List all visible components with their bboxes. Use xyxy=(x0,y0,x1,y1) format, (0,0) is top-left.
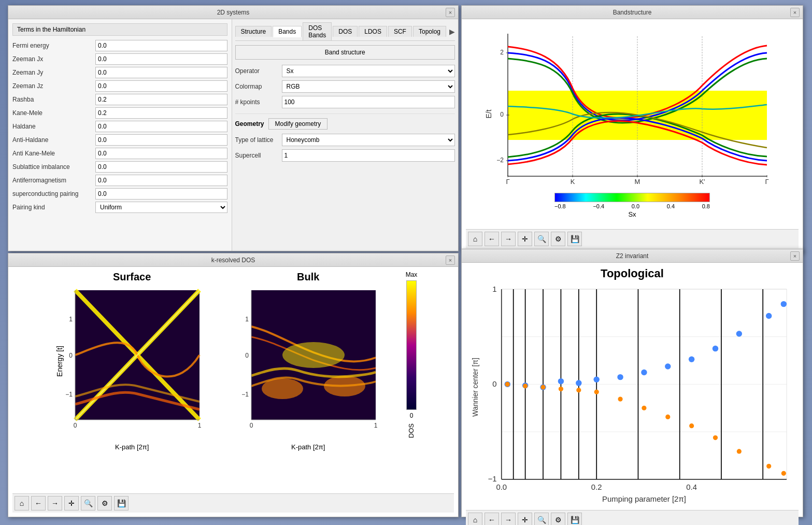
pairing-select[interactable]: Uniform xyxy=(95,202,227,213)
field-label: Zeeman Jy xyxy=(12,69,95,76)
kdos-close[interactable]: × xyxy=(446,256,455,265)
operator-select[interactable]: Sx xyxy=(282,65,455,77)
tab-bands[interactable]: Bands xyxy=(273,26,302,37)
field-input[interactable] xyxy=(95,80,227,92)
right-panel: StructureBandsDOS BandsDOSLDOSSCFTopolog… xyxy=(232,19,459,251)
lattice-row: Type of lattice Honeycomb xyxy=(235,134,455,146)
kdos-pan-btn[interactable]: ✛ xyxy=(64,496,79,510)
hamiltonian-fields: Fermi energyZeeman JxZeeman JyZeeman JzR… xyxy=(12,40,227,213)
svg-text:−1: −1 xyxy=(65,391,73,398)
svg-text:1: 1 xyxy=(197,422,201,429)
kpoints-row: # kpoints xyxy=(235,96,455,108)
tab-scf[interactable]: SCF xyxy=(388,26,412,37)
tab-ldos[interactable]: LDOS xyxy=(359,26,387,37)
band-structure-button[interactable]: Band structure xyxy=(235,45,455,60)
z2-title: Z2 invariant xyxy=(616,252,649,260)
2d-systems-window: 2D systems × Terms in the Hamiltonian Fe… xyxy=(8,5,459,251)
tab-dos[interactable]: DOS xyxy=(333,26,358,37)
zoom-btn[interactable]: 🔍 xyxy=(534,232,549,246)
tab-scroll-arrow[interactable]: ▶ xyxy=(449,27,455,36)
field-label: superconducting pairing xyxy=(12,190,95,197)
field-input[interactable] xyxy=(95,40,227,51)
field-row: Zeeman Jx xyxy=(12,53,227,65)
kdos-save-btn[interactable]: 💾 xyxy=(114,496,129,510)
colormap-select[interactable]: RGB xyxy=(282,80,455,93)
forward-btn[interactable]: → xyxy=(501,232,516,246)
pan-btn[interactable]: ✛ xyxy=(518,232,532,246)
svg-text:Wannier center [π]: Wannier center [π] xyxy=(472,358,479,417)
save-btn[interactable]: 💾 xyxy=(567,232,582,246)
z2-home-btn[interactable]: ⌂ xyxy=(468,513,482,525)
dos-min-label: 0 xyxy=(410,412,414,419)
2d-systems-title: 2D systems xyxy=(217,9,250,16)
svg-point-62 xyxy=(558,378,564,384)
z2-pan-btn[interactable]: ✛ xyxy=(518,513,532,525)
field-input[interactable] xyxy=(95,67,227,78)
z2-back-btn[interactable]: ← xyxy=(485,513,499,525)
svg-text:2: 2 xyxy=(500,49,504,56)
field-input[interactable] xyxy=(95,148,227,159)
field-row: Zeeman Jy xyxy=(12,67,227,78)
field-row: Kane-Mele xyxy=(12,107,227,119)
z2-forward-btn[interactable]: → xyxy=(501,513,516,525)
kdos-home-btn[interactable]: ⌂ xyxy=(15,496,29,510)
svg-point-74 xyxy=(523,384,528,388)
svg-text:−1: −1 xyxy=(488,475,497,483)
field-row: Anti Kane-Mele xyxy=(12,148,227,159)
bulk-plot: 1 0 −1 0 1 xyxy=(225,285,391,441)
lattice-select[interactable]: Honeycomb xyxy=(282,134,455,146)
surface-title: Surface xyxy=(49,271,215,283)
tab-structure[interactable]: Structure xyxy=(235,26,272,37)
svg-text:0: 0 xyxy=(249,422,253,429)
operator-label: Operator xyxy=(235,67,282,75)
kdos-back-btn[interactable]: ← xyxy=(31,496,46,510)
field-input[interactable] xyxy=(95,161,227,173)
geometry-label: Geometry xyxy=(235,120,264,127)
bulk-plot-container: Bulk xyxy=(225,271,391,451)
field-input[interactable] xyxy=(95,134,227,146)
kdos-forward-btn[interactable]: → xyxy=(48,496,62,510)
svg-point-64 xyxy=(593,376,599,382)
field-input[interactable] xyxy=(95,121,227,132)
svg-text:K: K xyxy=(571,178,575,186)
field-input[interactable] xyxy=(95,188,227,200)
hamiltonian-header: Terms in the Hamiltonian xyxy=(12,23,227,36)
colormap-row: Colormap RGB xyxy=(235,80,455,93)
field-input[interactable] xyxy=(95,94,227,105)
z2-close[interactable]: × xyxy=(790,251,800,261)
bandplot-wrapper: 2 0 −2 E/t Γ K M K′ Γ xyxy=(466,23,799,229)
z2-settings-btn[interactable]: ⚙ xyxy=(551,513,565,525)
kdos-xlabel: K-path [2π] xyxy=(49,443,215,451)
home-btn[interactable]: ⌂ xyxy=(468,232,482,246)
svg-point-35 xyxy=(282,342,345,368)
colorbar-gradient xyxy=(554,193,710,202)
bandstructure-title: Bandstructure xyxy=(613,9,652,16)
back-btn[interactable]: ← xyxy=(485,232,499,246)
bulk-title: Bulk xyxy=(225,271,391,283)
field-label: Zeeman Jx xyxy=(12,55,95,63)
bandstructure-close[interactable]: × xyxy=(790,8,800,17)
2d-systems-content: Terms in the Hamiltonian Fermi energyZee… xyxy=(8,19,458,251)
z2-titlebar: Z2 invariant × xyxy=(462,249,803,263)
kpoints-input[interactable] xyxy=(282,96,455,108)
z2-save-btn[interactable]: 💾 xyxy=(567,513,582,525)
svg-point-70 xyxy=(736,331,742,336)
kdos-settings-btn[interactable]: ⚙ xyxy=(97,496,112,510)
lattice-label: Type of lattice xyxy=(235,136,282,144)
field-input[interactable] xyxy=(95,175,227,186)
field-row: Zeeman Jz xyxy=(12,80,227,92)
svg-point-75 xyxy=(540,385,545,390)
kdos-zoom-btn[interactable]: 🔍 xyxy=(81,496,95,510)
settings-btn[interactable]: ⚙ xyxy=(551,232,565,246)
svg-point-71 xyxy=(766,313,772,319)
svg-point-63 xyxy=(576,380,581,386)
modify-geometry-button[interactable]: Modify geometry xyxy=(268,118,328,130)
supercell-input[interactable] xyxy=(282,149,455,162)
tab-dos-bands[interactable]: DOS Bands xyxy=(303,22,332,40)
z2-zoom-btn[interactable]: 🔍 xyxy=(534,513,549,525)
field-input[interactable] xyxy=(95,107,227,119)
field-input[interactable] xyxy=(95,53,227,65)
2d-systems-close[interactable]: × xyxy=(446,8,455,17)
tab-topolog[interactable]: Topolog xyxy=(413,26,446,37)
svg-text:M: M xyxy=(635,178,640,186)
